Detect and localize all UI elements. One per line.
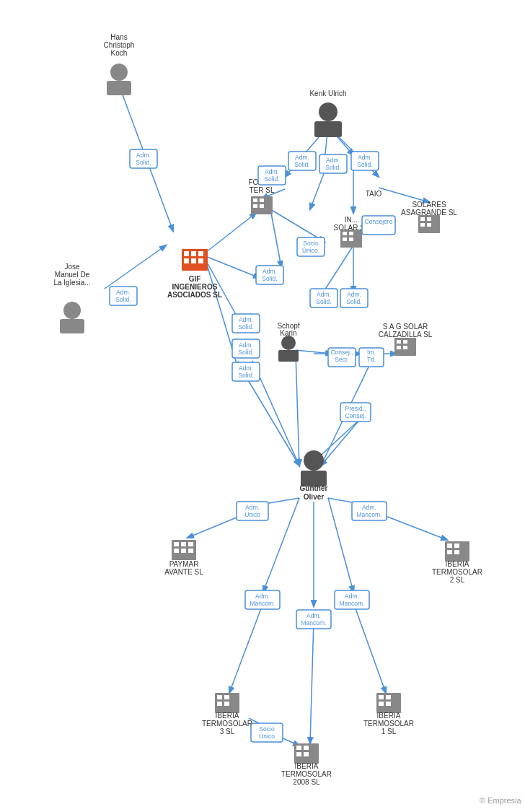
- svg-text:Adm.: Adm.: [239, 364, 253, 372]
- role-gunther-adm-mancom2: Adm. Mancom.: [245, 590, 280, 609]
- svg-text:1 SL: 1 SL: [381, 728, 397, 735]
- sag-company: S A G SOLAR CALZADILLA SL: [379, 323, 433, 356]
- svg-line-7: [310, 172, 325, 209]
- role-gif-adm1: Adm. Solid.: [256, 266, 283, 284]
- diagram: Hans Christoph Koch Kenk Ulrich Jose Man…: [0, 0, 525, 812]
- svg-text:Solid.: Solid.: [357, 161, 372, 168]
- svg-rect-68: [198, 258, 203, 263]
- svg-text:Adm.: Adm.: [116, 289, 131, 296]
- solares-company: SOLARES ASAGRANDE SL: [401, 201, 457, 233]
- svg-line-34: [229, 603, 263, 693]
- svg-text:Mancom.: Mancom.: [301, 619, 327, 627]
- svg-text:Solid.: Solid.: [238, 323, 253, 331]
- svg-text:Solid.: Solid.: [238, 349, 253, 356]
- role-socio-unico: Socio Único.: [297, 237, 325, 256]
- svg-text:Adm.: Adm.: [326, 157, 340, 164]
- role-gif-adm3: Adm. Solid.: [340, 289, 368, 307]
- role-gunther-adm-mancom1: Adm. Mancom.: [352, 502, 387, 520]
- svg-text:S A G SOLAR: S A G SOLAR: [383, 323, 428, 331]
- svg-rect-66: [184, 258, 189, 263]
- svg-text:Solid.: Solid.: [262, 275, 277, 282]
- svg-rect-106: [188, 549, 193, 553]
- svg-text:Solid.: Solid.: [325, 164, 340, 171]
- svg-text:TERMOSOLAR: TERMOSOLAR: [202, 720, 252, 728]
- svg-rect-74: [260, 198, 264, 202]
- svg-rect-42: [107, 81, 131, 95]
- svg-rect-96: [397, 346, 401, 349]
- role-consej-secr: Consej., Secr.: [328, 348, 356, 367]
- svg-point-49: [63, 302, 81, 319]
- svg-rect-103: [188, 542, 193, 546]
- svg-text:Oliver: Oliver: [304, 493, 324, 501]
- svg-text:ASAGRANDE SL: ASAGRANDE SL: [401, 209, 457, 217]
- svg-text:IN...: IN...: [345, 216, 358, 224]
- svg-text:3 SL: 3 SL: [220, 728, 235, 735]
- svg-rect-111: [454, 543, 459, 548]
- svg-text:IBERIA: IBERIA: [216, 712, 239, 720]
- svg-text:SOLARES: SOLARES: [412, 201, 446, 209]
- svg-text:Adm.: Adm.: [345, 593, 359, 600]
- svg-text:Solid.: Solid.: [294, 161, 309, 168]
- svg-text:GIF: GIF: [189, 275, 201, 283]
- svg-text:Adm.: Adm.: [245, 504, 260, 511]
- svg-line-37: [328, 498, 353, 592]
- svg-rect-105: [181, 549, 186, 553]
- svg-rect-64: [191, 251, 196, 256]
- svg-line-16: [270, 209, 281, 267]
- svg-rect-83: [349, 237, 353, 241]
- svg-text:Jose: Jose: [64, 263, 80, 271]
- svg-text:Im.: Im.: [367, 349, 376, 356]
- iberia2-company: IBERIA TERMOSOLAR 2 SL: [432, 541, 482, 584]
- svg-text:Consej.: Consej.: [345, 412, 366, 419]
- svg-text:Manuel De: Manuel De: [55, 271, 90, 279]
- svg-text:Adm.: Adm.: [265, 168, 279, 175]
- svg-text:Mancom.: Mancom.: [340, 600, 365, 607]
- svg-line-10: [105, 245, 166, 289]
- svg-rect-120: [217, 702, 222, 706]
- svg-rect-89: [420, 223, 425, 227]
- svg-text:Karin: Karin: [280, 329, 296, 337]
- role-adm-solid-left2: Adm. Solid.: [232, 362, 260, 381]
- svg-text:Consejero: Consejero: [365, 218, 393, 225]
- svg-text:IBERIA: IBERIA: [295, 762, 319, 770]
- svg-rect-73: [253, 198, 257, 202]
- svg-text:Koch: Koch: [111, 49, 128, 57]
- svg-rect-119: [224, 695, 229, 699]
- svg-text:Consej.,: Consej.,: [330, 349, 353, 356]
- role-gif-adm2: Adm. Solid.: [310, 289, 338, 307]
- svg-point-54: [281, 336, 296, 350]
- svg-rect-118: [217, 695, 222, 699]
- svg-line-11: [206, 213, 256, 253]
- svg-text:TERMOSOLAR: TERMOSOLAR: [363, 720, 414, 728]
- svg-rect-129: [386, 702, 391, 706]
- svg-text:Gunther: Gunther: [300, 484, 328, 492]
- svg-text:Socio: Socio: [259, 725, 275, 733]
- svg-rect-136: [296, 752, 301, 756]
- role-kenk-adm2: Adm. Solid.: [288, 152, 316, 170]
- svg-text:Adm.: Adm.: [239, 316, 253, 323]
- svg-text:La Iglesia...: La Iglesia...: [53, 279, 90, 287]
- svg-text:Solid.: Solid.: [115, 296, 131, 303]
- gunther-person: Gunther Oliver: [300, 450, 328, 501]
- svg-rect-65: [198, 251, 203, 256]
- jose-person: Jose Manuel De La Iglesia...: [53, 263, 90, 333]
- svg-text:2 SL: 2 SL: [450, 576, 465, 584]
- svg-line-24: [245, 375, 299, 466]
- svg-text:ASOCIADOS SL: ASOCIADOS SL: [167, 291, 222, 299]
- svg-rect-94: [397, 340, 401, 344]
- role-im-td: Im. Td.: [359, 348, 384, 367]
- role-jose-adm: Adm. Solid.: [110, 287, 137, 305]
- svg-rect-90: [427, 223, 431, 227]
- svg-rect-63: [184, 251, 189, 256]
- svg-text:Kenk Ulrich: Kenk Ulrich: [309, 90, 346, 97]
- svg-text:Td.: Td.: [367, 356, 376, 363]
- role-kenk-adm3: Adm. Solid.: [319, 154, 347, 173]
- svg-text:Solid.: Solid.: [316, 298, 331, 305]
- svg-text:Mancom.: Mancom.: [250, 600, 275, 607]
- svg-rect-104: [174, 549, 179, 553]
- svg-text:Adm.: Adm.: [239, 341, 253, 349]
- svg-rect-102: [181, 542, 186, 546]
- svg-text:Solid.: Solid.: [346, 298, 361, 305]
- svg-line-9: [379, 188, 429, 202]
- svg-text:Adm.: Adm.: [306, 612, 321, 619]
